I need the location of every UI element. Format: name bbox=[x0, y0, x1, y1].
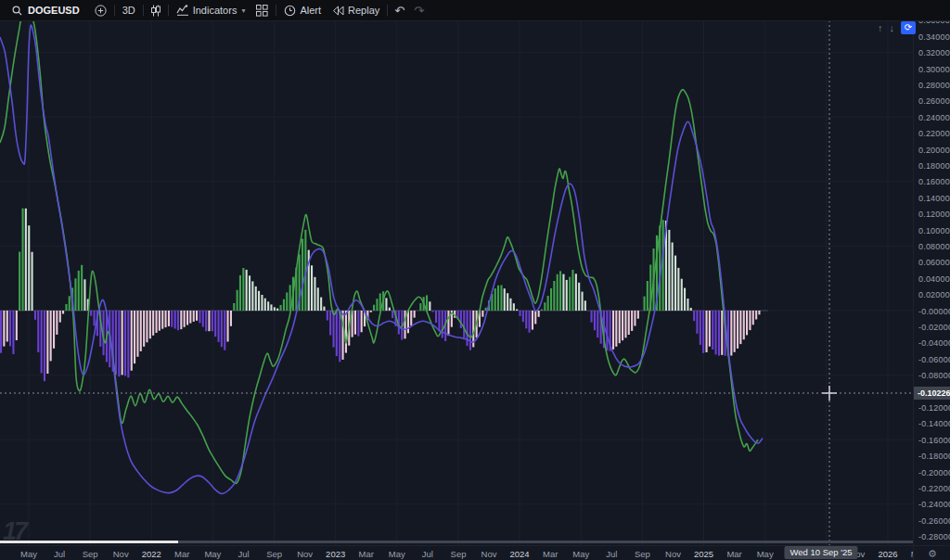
plus-circle-icon bbox=[95, 5, 107, 17]
replay-icon bbox=[332, 6, 344, 16]
scroll-down-icon[interactable]: ↓ bbox=[890, 21, 895, 34]
time-tick-label: 2023 bbox=[326, 549, 345, 559]
price-tick-label: 0.30000 bbox=[918, 65, 950, 74]
crosshair-date-label: Wed 10 Sep '25 bbox=[784, 546, 857, 559]
scale-controls: ↑ ↓ ⟳ bbox=[878, 21, 916, 34]
price-tick-label: -0.26000 bbox=[918, 516, 950, 526]
layout-grid-icon bbox=[256, 5, 268, 17]
gear-icon: ⚙ bbox=[928, 548, 937, 560]
time-tick-label: Mar bbox=[543, 549, 558, 559]
time-tick-label: 2026 bbox=[878, 549, 897, 559]
price-tick-label: 0.22000 bbox=[918, 129, 950, 138]
time-tick-label: 2025 bbox=[694, 549, 713, 559]
price-tick-label: -0.20000 bbox=[918, 468, 950, 477]
time-tick-label: 2022 bbox=[142, 549, 161, 559]
toolbar-divider bbox=[387, 5, 388, 16]
price-tick-label: 0.28000 bbox=[918, 81, 950, 90]
alert-clock-icon bbox=[284, 5, 296, 17]
price-tick-label: 0.26000 bbox=[918, 96, 950, 106]
time-tick-label: Nov bbox=[297, 549, 313, 559]
reset-chart-view-button[interactable]: ⟳ bbox=[901, 21, 916, 34]
time-tick-label: Mar bbox=[359, 549, 374, 559]
time-tick-label: Jul bbox=[422, 549, 433, 559]
chevron-down-icon: ▾ bbox=[241, 6, 245, 15]
price-tick-label: 0.20000 bbox=[918, 146, 950, 155]
indicators-icon bbox=[176, 5, 189, 16]
time-tick-label: 2024 bbox=[510, 549, 530, 559]
price-tick-label: -0.02000 bbox=[918, 323, 950, 332]
interval-button[interactable]: 3D bbox=[117, 0, 141, 20]
time-tick-label: Nov bbox=[481, 549, 497, 559]
price-tick-label: -0.12000 bbox=[918, 403, 950, 413]
time-tick-label: Mar bbox=[726, 549, 741, 559]
time-tick-label: May bbox=[757, 549, 774, 559]
top-toolbar: DOGEUSD 3D Indicators ▾ bbox=[0, 0, 950, 21]
time-tick-label: Jul bbox=[238, 549, 249, 559]
price-tick-label: -0.16000 bbox=[918, 436, 950, 445]
toolbar-divider bbox=[276, 5, 276, 16]
alert-button[interactable]: Alert bbox=[278, 0, 327, 20]
toolbar-divider bbox=[114, 5, 115, 16]
indicators-button[interactable]: Indicators ▾ bbox=[171, 0, 251, 20]
price-tick-label: -0.00000 bbox=[918, 307, 950, 316]
candlestick-icon bbox=[151, 5, 160, 17]
time-tick-label: May bbox=[572, 549, 589, 559]
alert-label: Alert bbox=[300, 5, 321, 16]
scroll-up-icon[interactable]: ↑ bbox=[878, 21, 883, 34]
time-tick-label: Jul bbox=[54, 549, 65, 559]
price-tick-label: -0.18000 bbox=[918, 452, 950, 461]
undo-button[interactable]: ↶ bbox=[390, 4, 409, 18]
price-tick-label: -0.14000 bbox=[918, 419, 950, 428]
price-tick-label: 0.08000 bbox=[918, 242, 950, 251]
time-axis[interactable]: MayJulSepNov2022MarMayJulSepNov2023MarMa… bbox=[0, 545, 913, 560]
price-tick-label: 0.04000 bbox=[918, 274, 950, 284]
price-tick-label: 0.16000 bbox=[918, 177, 950, 186]
indicator-templates-button[interactable] bbox=[250, 0, 274, 20]
time-tick-label: Sep bbox=[83, 549, 98, 559]
price-axis[interactable]: 0.360000.340000.320000.300000.280000.260… bbox=[913, 20, 950, 545]
price-tick-label: -0.24000 bbox=[918, 500, 950, 509]
price-tick-label: 0.24000 bbox=[918, 113, 950, 122]
price-tick-label: 0.32000 bbox=[918, 48, 950, 57]
redo-button[interactable]: ↷ bbox=[409, 4, 429, 18]
tradingview-app: DOGEUSD 3D Indicators ▾ bbox=[0, 0, 950, 560]
chart-scrollbar-thumb[interactable] bbox=[0, 541, 178, 543]
crosshair-price-label: -0.10226 bbox=[913, 387, 950, 400]
compare-add-symbol-button[interactable] bbox=[89, 0, 112, 20]
time-tick-label: Sep bbox=[635, 549, 650, 559]
price-tick-label: 0.18000 bbox=[918, 161, 950, 171]
interval-label: 3D bbox=[122, 5, 135, 16]
price-tick-label: 0.06000 bbox=[918, 258, 950, 267]
axis-settings-corner[interactable]: ⚙ bbox=[913, 545, 950, 560]
chart-scrollbar-track[interactable] bbox=[178, 541, 913, 543]
toolbar-divider bbox=[168, 5, 169, 16]
time-tick-label: Sep bbox=[451, 549, 467, 559]
price-tick-label: -0.06000 bbox=[918, 355, 950, 364]
price-tick-label: 0.10000 bbox=[918, 226, 950, 235]
time-tick-label: May bbox=[20, 549, 37, 559]
time-tick-label: Mar bbox=[174, 549, 189, 559]
replay-button[interactable]: Replay bbox=[327, 0, 385, 20]
price-tick-label: -0.04000 bbox=[918, 338, 950, 348]
symbol-search-button[interactable]: DOGEUSD bbox=[6, 0, 89, 20]
price-tick-label: 0.34000 bbox=[918, 32, 950, 42]
time-tick-label: Nov bbox=[113, 549, 129, 559]
price-tick-label: 0.02000 bbox=[918, 290, 950, 299]
indicator-plot[interactable] bbox=[0, 0, 950, 560]
time-tick-label: Nov bbox=[665, 549, 681, 559]
chart-type-button[interactable] bbox=[146, 0, 166, 20]
replay-label: Replay bbox=[348, 5, 379, 16]
price-tick-label: 0.14000 bbox=[918, 194, 950, 203]
time-tick-label: May bbox=[204, 549, 221, 559]
price-tick-label: -0.22000 bbox=[918, 484, 950, 493]
indicators-label: Indicators bbox=[193, 5, 238, 16]
tradingview-logo: 17 bbox=[3, 517, 25, 546]
time-tick-label: Jul bbox=[606, 549, 617, 559]
price-tick-label: -0.28000 bbox=[918, 532, 950, 541]
search-icon bbox=[12, 6, 22, 16]
toolbar-divider bbox=[143, 5, 144, 16]
price-tick-label: -0.08000 bbox=[918, 371, 950, 380]
time-tick-label: May bbox=[389, 549, 405, 559]
time-tick-label: Sep bbox=[266, 549, 282, 559]
symbol-name: DOGEUSD bbox=[26, 5, 83, 16]
